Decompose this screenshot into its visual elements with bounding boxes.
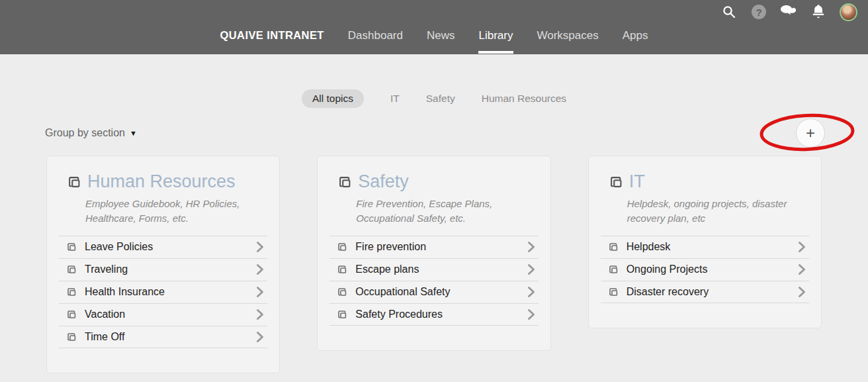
list-item-label: Disaster recovery	[627, 286, 709, 298]
card-safety: Safety Fire Prevention, Escape Plans, Oc…	[317, 156, 550, 351]
chevron-right-icon	[798, 241, 806, 253]
list-item-label: Ongoing Projects	[627, 263, 708, 275]
group-by-label: Group by section	[45, 127, 125, 139]
list-item-label: Safety Procedures	[355, 309, 443, 320]
list-item-vacation[interactable]: Vacation	[59, 303, 267, 326]
card-title-link[interactable]: Human Resources	[67, 171, 262, 192]
card-subtitle: Fire Prevention, Escape Plans, Occupatio…	[356, 197, 531, 226]
top-header-bar: ? QUAIVE INTRANET Dashboard News Library…	[0, 0, 868, 54]
help-icon[interactable]: ?	[750, 3, 768, 21]
list-item-label: Vacation	[85, 309, 125, 320]
section-icon	[609, 175, 623, 189]
chevron-right-icon	[256, 331, 264, 343]
section-icon	[66, 242, 77, 252]
chevron-right-icon	[256, 286, 264, 298]
section-icon	[337, 264, 347, 275]
card-subtitle: Employee Guidebook, HR Policies, Healthc…	[85, 197, 261, 226]
section-icon	[66, 332, 77, 342]
section-list: Fire prevention Escape plans Occupationa…	[329, 236, 538, 326]
nav-item-news[interactable]: News	[427, 29, 455, 45]
card-title: Human Resources	[87, 171, 236, 192]
section-icon	[608, 287, 619, 297]
chat-icon[interactable]	[779, 3, 798, 21]
brand-logo[interactable]: QUAIVE INTRANET	[220, 29, 324, 42]
section-icon	[337, 309, 347, 320]
search-icon[interactable]	[720, 3, 738, 21]
filter-it[interactable]: IT	[390, 93, 400, 105]
list-item-label: Time Off	[85, 331, 124, 343]
list-item-health-insurance[interactable]: Health Insurance	[59, 281, 267, 303]
list-item-time-off[interactable]: Time Off	[59, 326, 267, 348]
list-item-safety-procedures[interactable]: Safety Procedures	[329, 303, 538, 326]
list-item-label: Leave Policies	[85, 241, 153, 253]
help-glyph: ?	[752, 5, 766, 19]
section-icon	[608, 264, 619, 275]
chevron-right-icon	[527, 286, 535, 298]
section-icon	[337, 175, 352, 189]
bell-icon[interactable]	[809, 3, 828, 21]
add-section-button[interactable]: +	[796, 119, 825, 148]
list-item-occupational-safety[interactable]: Occupational Safety	[329, 281, 538, 303]
section-list: Leave Policies Traveling Health Insuranc…	[59, 236, 267, 348]
list-item-leave-policies[interactable]: Leave Policies	[59, 236, 267, 258]
card-it: IT Helpdesk, ongoing projects, disaster …	[588, 156, 822, 328]
chevron-right-icon	[798, 263, 806, 275]
chevron-right-icon	[256, 309, 264, 320]
section-list: Helpdesk Ongoing Projects Disaster recov…	[601, 236, 809, 303]
chevron-right-icon	[256, 241, 264, 253]
section-cards-container: Human Resources Employee Guidebook, HR P…	[46, 156, 822, 373]
filter-all-topics[interactable]: All topics	[302, 89, 364, 108]
card-human-resources: Human Resources Employee Guidebook, HR P…	[46, 156, 280, 373]
list-item-helpdesk[interactable]: Helpdesk	[601, 236, 809, 258]
section-icon	[66, 264, 77, 275]
toolbar-row: Group by section ▼ +	[0, 118, 868, 148]
section-icon	[337, 242, 347, 252]
list-item-label: Traveling	[85, 263, 128, 275]
list-item-label: Health Insurance	[85, 286, 165, 298]
list-item-label: Occupational Safety	[355, 286, 450, 298]
chevron-down-icon: ▼	[130, 129, 137, 137]
list-item-traveling[interactable]: Traveling	[59, 258, 267, 281]
section-icon	[337, 287, 347, 297]
topic-filter-bar: All topics IT Safety Human Resources	[0, 89, 868, 108]
filter-safety[interactable]: Safety	[426, 93, 455, 105]
nav-item-dashboard[interactable]: Dashboard	[348, 29, 403, 45]
header-icon-cluster: ?	[720, 2, 857, 22]
chevron-right-icon	[527, 241, 535, 253]
chevron-right-icon	[256, 263, 264, 275]
chevron-right-icon	[527, 309, 535, 320]
nav-item-apps[interactable]: Apps	[623, 29, 648, 45]
group-by-dropdown[interactable]: Group by section ▼	[45, 127, 137, 139]
section-icon	[66, 309, 77, 320]
section-icon	[66, 287, 77, 297]
card-title: IT	[629, 171, 645, 192]
card-title: Safety	[358, 171, 409, 192]
avatar-photo	[840, 3, 857, 21]
list-item-label: Escape plans	[355, 263, 419, 275]
list-item-ongoing-projects[interactable]: Ongoing Projects	[601, 258, 809, 281]
list-item-label: Helpdesk	[627, 241, 671, 253]
chevron-right-icon	[527, 263, 535, 275]
list-item-escape-plans[interactable]: Escape plans	[329, 258, 538, 281]
user-avatar[interactable]	[839, 3, 857, 21]
card-title-link[interactable]: Safety	[337, 171, 533, 192]
section-icon	[608, 242, 619, 252]
list-item-disaster-recovery[interactable]: Disaster recovery	[601, 281, 809, 303]
card-subtitle: Helpdesk, ongoing projects, disaster rec…	[627, 197, 803, 226]
list-item-label: Fire prevention	[355, 241, 426, 253]
card-header: IT Helpdesk, ongoing projects, disaster …	[589, 156, 821, 226]
filter-human-resources[interactable]: Human Resources	[482, 93, 566, 105]
list-item-fire-prevention[interactable]: Fire prevention	[329, 236, 538, 258]
section-icon	[67, 175, 81, 189]
nav-item-library[interactable]: Library	[479, 29, 513, 45]
nav-item-workspaces[interactable]: Workspaces	[537, 29, 598, 45]
chevron-right-icon	[798, 286, 806, 298]
main-navigation: QUAIVE INTRANET Dashboard News Library W…	[0, 29, 868, 45]
card-header: Human Resources Employee Guidebook, HR P…	[47, 156, 279, 226]
card-header: Safety Fire Prevention, Escape Plans, Oc…	[318, 156, 550, 226]
card-title-link[interactable]: IT	[609, 171, 804, 192]
